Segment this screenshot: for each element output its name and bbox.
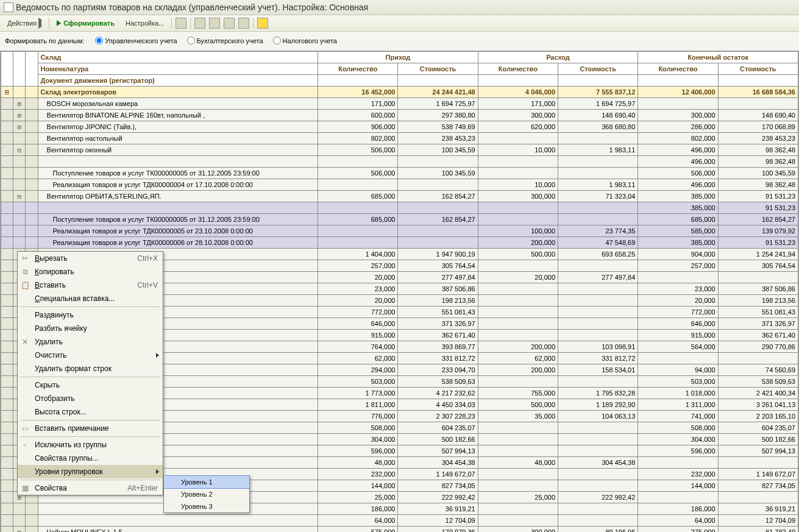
menu-label: Копировать [35, 268, 74, 276]
menu-item[interactable]: 📋ВставитьCtrl+V [18, 278, 163, 292]
cell-value: 200,000 [478, 341, 558, 353]
cell-value: 198 213,56 [718, 295, 798, 307]
menu-shortcut: Ctrl+V [137, 281, 158, 289]
table-row[interactable]: Реализация товаров и услуг ТДК00000006 о… [1, 237, 798, 249]
cell-value [318, 156, 398, 168]
table-row[interactable]: ⊟Вентилятор оконный506,000100 345,5910,0… [1, 144, 798, 156]
menu-item[interactable]: ✕Удалить [18, 335, 163, 349]
colgroup-expense[interactable]: Расход [478, 52, 638, 63]
table-row[interactable]: ⊞Вентилятор JIPONIC (Тайв.),906,000538 7… [1, 121, 798, 133]
table-row[interactable]: Реализация товаров и услуг ТДК00000005 о… [1, 225, 798, 237]
cell-value: 300,000 [478, 110, 558, 121]
table-row[interactable]: 186,00036 919,21186,00036 919,21 [1, 503, 798, 515]
radio-accounting[interactable]: Бухгалтерского учета [187, 37, 263, 44]
cell-value [478, 156, 558, 168]
cell-value: 385,000 [638, 237, 718, 249]
table-row[interactable]: Реализация товаров и услуг ТДК00000004 о… [1, 179, 798, 191]
cell-value [558, 214, 638, 225]
cell-value: 538 509,63 [398, 376, 478, 388]
cell-value [558, 376, 638, 388]
col-document[interactable]: Документ движения (регистратор) [38, 75, 318, 87]
cell-value: 162 854,27 [398, 214, 478, 225]
cell-value [558, 295, 638, 307]
menu-item[interactable]: Скрыть [18, 378, 163, 392]
tool-icon-3[interactable] [209, 18, 220, 29]
menu-item[interactable]: Разбить ячейку [18, 322, 163, 335]
col-nomenclature[interactable]: Номенклатура [38, 63, 318, 75]
menu-item[interactable]: Специальная вставка... [18, 292, 163, 305]
table-row[interactable]: Вентилятор настольный802,000238 453,2380… [1, 133, 798, 144]
menu-item[interactable]: Высота строк... [18, 405, 163, 419]
cell-value: 297 380,80 [398, 110, 478, 121]
menu-item[interactable]: ⧉Копировать [18, 265, 163, 278]
menu-item[interactable]: ✂ВырезатьCtrl+X [18, 252, 163, 265]
tool-icon-5[interactable] [238, 18, 249, 29]
cell-value [638, 457, 718, 469]
context-menu[interactable]: ✂ВырезатьCtrl+X⧉Копировать📋ВставитьCtrl+… [17, 251, 163, 495]
cell-value: 257,000 [318, 260, 398, 272]
table-row[interactable]: ⊞Вентилятор BINATONE ALPINE 160вт, напол… [1, 110, 798, 121]
menu-label: Уровни группировок [35, 467, 103, 476]
tool-icon-1[interactable] [176, 18, 186, 29]
submenu-item[interactable]: Уровень 3 [164, 500, 249, 512]
row-name: Вентилятор ОРБИТА,STERLING,ЯП. [38, 191, 318, 202]
cell-value: 200,000 [478, 364, 558, 376]
menu-item[interactable]: ▦СвойстваAlt+Enter [18, 481, 163, 495]
table-row[interactable]: ⊞BOSCH морозильная камера171,0001 694 72… [1, 98, 798, 110]
cell-value: 371 326,97 [718, 318, 798, 330]
radio-tax[interactable]: Налогового учета [273, 37, 337, 44]
cell-value: 198 213,56 [398, 295, 478, 307]
menu-item[interactable]: Отобразить [18, 392, 163, 405]
row-name [38, 202, 318, 214]
cell-value: 585,000 [638, 225, 718, 237]
table-row[interactable]: 496,00098 362,48 [1, 156, 798, 168]
row-name: Вентилятор настольный [38, 133, 318, 144]
submenu-levels[interactable]: Уровень 1Уровень 2Уровень 3 [163, 475, 250, 513]
menu-item[interactable]: Удалить формат строк [18, 362, 163, 375]
cell-value: 294,000 [318, 364, 398, 376]
cell-value: 506,000 [318, 144, 398, 156]
table-row[interactable]: 385,00091 531,23 [1, 202, 798, 214]
cell-value [478, 330, 558, 341]
settings-button[interactable]: Настройка... [122, 18, 168, 28]
cell-value [478, 434, 558, 445]
cell-value: 1 149 672,07 [718, 469, 798, 480]
submenu-arrow-icon [156, 353, 159, 358]
menu-icon: ▭ [20, 424, 30, 433]
colgroup-balance[interactable]: Конечный остаток [638, 52, 798, 63]
cell-value: 1 694 725,97 [398, 98, 478, 110]
menu-item[interactable]: ▭Вставить примечание [18, 422, 163, 435]
cell-value [558, 469, 638, 480]
submenu-item[interactable]: Уровень 1 [163, 475, 250, 489]
generate-button[interactable]: Сформировать [53, 18, 118, 28]
cell-value: 575,000 [318, 527, 398, 533]
cell-value: 98 362,48 [718, 179, 798, 191]
table-row[interactable]: Поступление товаров и услуг ТК000000005 … [1, 168, 798, 179]
submenu-item[interactable]: Уровень 2 [164, 488, 249, 500]
help-icon[interactable] [257, 18, 268, 29]
cell-value: 496,000 [638, 156, 718, 168]
menu-item[interactable]: Раздвинуть [18, 308, 163, 322]
table-row[interactable]: ⊟Склад электротоваров16 452,00024 244 42… [1, 87, 798, 98]
colgroup-income[interactable]: Приход [318, 52, 478, 63]
cell-value: 89 196,96 [558, 527, 638, 533]
col-warehouse[interactable]: Склад [38, 52, 318, 63]
row-name: Реализация товаров и услуг ТДК00000006 о… [38, 237, 318, 249]
actions-menu[interactable]: Действия [4, 18, 45, 28]
cell-value [318, 202, 398, 214]
tool-icon-4[interactable] [224, 18, 235, 29]
menu-item[interactable]: Очистить [18, 349, 163, 362]
table-row[interactable]: 64,00012 704,0964,00012 704,09 [1, 515, 798, 527]
cell-value: 551 081,43 [398, 307, 478, 318]
table-row[interactable]: Поступление товаров и услуг ТК000000005 … [1, 214, 798, 225]
cell-value [478, 168, 558, 179]
menu-item[interactable]: ▫Исключить из группы [18, 438, 163, 452]
menu-item[interactable]: Свойства группы... [18, 452, 163, 465]
tool-icon-2[interactable] [194, 18, 205, 29]
cell-value: 906,000 [318, 121, 398, 133]
table-row[interactable]: ⊞Чайник MOULINEX L 1,5575,000170 979,363… [1, 527, 798, 533]
radio-management[interactable]: Управленческого учета [95, 37, 177, 44]
table-row[interactable]: ⊟Вентилятор ОРБИТА,STERLING,ЯП.685,00016… [1, 191, 798, 202]
menu-item[interactable]: Уровни группировок [18, 465, 163, 478]
cell-value: 171,000 [478, 98, 558, 110]
